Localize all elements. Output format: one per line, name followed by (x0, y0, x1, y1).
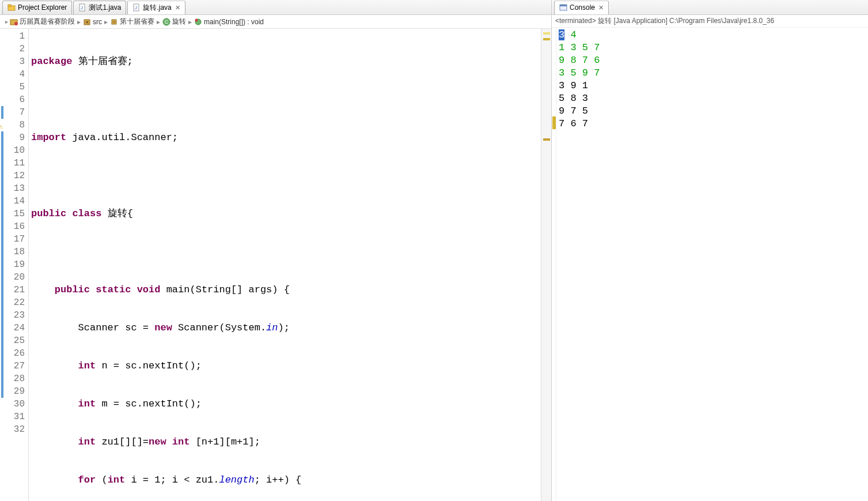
warning-icon: ⚠ (0, 120, 3, 133)
tab-project-explorer[interactable]: Project Explorer (2, 1, 72, 14)
line-7-foldable: ▸7 (5, 106, 25, 119)
console-status: <terminated> 旋转 [Java Application] C:\Pr… (552, 15, 868, 28)
package-folder-icon (83, 18, 91, 26)
overview-ruler[interactable] (541, 29, 551, 501)
breadcrumb-method[interactable]: main(String[]) : void (194, 18, 264, 26)
close-icon[interactable]: ✕ (598, 4, 604, 12)
svg-text:C: C (165, 19, 169, 25)
chevron-right-icon[interactable]: ▸ (3, 18, 10, 25)
java-file-icon: J (132, 3, 141, 12)
code-editor[interactable]: ⚠ 1 2 3 4 5 6 ▸7 8 9 10 11 12 13 14 15 1 (0, 29, 551, 501)
chevron-right-icon: ▸ (188, 18, 192, 26)
method-icon (194, 18, 202, 26)
tab-file-2[interactable]: J 旋转.java ✕ (127, 1, 185, 14)
project-icon (10, 18, 18, 26)
tab-label: 旋转.java (143, 3, 171, 13)
svg-rect-18 (560, 5, 567, 6)
chevron-right-icon: ▸ (77, 18, 81, 26)
tab-label: Project Explorer (18, 3, 67, 12)
console-output[interactable]: 3 4 1 3 5 7 9 8 7 6 3 5 9 7 3 9 1 5 8 3 … (556, 28, 868, 501)
tab-file-1[interactable]: J 测试1.java (73, 1, 126, 14)
selected-text: 3 (559, 29, 564, 40)
breadcrumb-package[interactable]: 第十届省赛 (110, 17, 154, 27)
tab-label: Console (570, 3, 595, 12)
svg-point-16 (195, 18, 198, 21)
breadcrumb-project[interactable]: 历届真题省赛阶段 (10, 17, 75, 27)
marker-bar: ⚠ (0, 29, 5, 501)
tab-label: 测试1.java (89, 3, 121, 13)
line-numbers: 1 2 3 4 5 6 ▸7 8 9 10 11 12 13 14 15 16 … (5, 29, 29, 501)
console-icon (559, 3, 567, 12)
console-ruler (552, 28, 556, 501)
svg-text:J: J (81, 5, 83, 10)
editor-pane: Project Explorer J 测试1.java J 旋转.java ✕ … (0, 0, 552, 501)
svg-text:J: J (135, 5, 137, 10)
folder-icon (7, 3, 16, 12)
console-tab-bar: Console ✕ (552, 0, 868, 15)
svg-rect-9 (86, 21, 88, 23)
breadcrumb-class[interactable]: C 旋转 (162, 17, 186, 27)
package-icon (110, 18, 118, 26)
tab-console[interactable]: Console ✕ (554, 1, 609, 14)
breadcrumb-src[interactable]: src (83, 18, 102, 26)
class-icon: C (162, 18, 170, 26)
console-pane: Console ✕ <terminated> 旋转 [Java Applicat… (552, 0, 868, 501)
java-file-icon: J (78, 3, 86, 12)
svg-rect-1 (8, 5, 11, 6)
breadcrumb: ▸ 历届真题省赛阶段 ▸ src ▸ 第十届省赛 ▸ C 旋转 ▸ (0, 15, 551, 29)
svg-point-7 (14, 22, 18, 25)
editor-tab-bar: Project Explorer J 测试1.java J 旋转.java ✕ (0, 0, 551, 15)
chevron-right-icon: ▸ (104, 18, 108, 26)
chevron-right-icon: ▸ (157, 18, 160, 26)
code-content[interactable]: package 第十届省赛; import java.util.Scanner;… (29, 29, 541, 501)
close-icon[interactable]: ✕ (175, 4, 180, 12)
